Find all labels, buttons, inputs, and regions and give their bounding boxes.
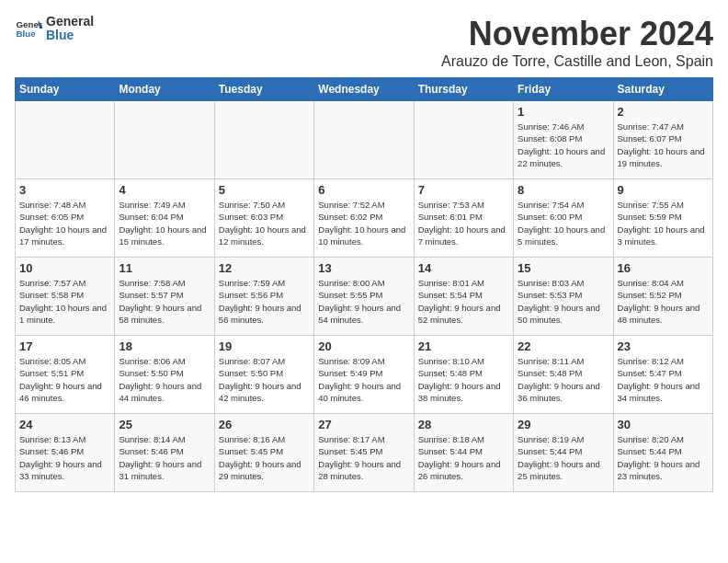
weekday-saturday: Saturday (613, 78, 712, 101)
day-info: Sunrise: 8:07 AM Sunset: 5:50 PM Dayligh… (219, 355, 310, 404)
weekday-wednesday: Wednesday (314, 78, 414, 101)
calendar-cell: 25Sunrise: 8:14 AM Sunset: 5:46 PM Dayli… (115, 414, 214, 492)
weekday-friday: Friday (514, 78, 613, 101)
logo-blue: Blue (46, 29, 94, 42)
day-number: 30 (618, 418, 709, 431)
calendar-cell: 15Sunrise: 8:03 AM Sunset: 5:53 PM Dayli… (514, 258, 613, 336)
day-number: 25 (119, 418, 210, 431)
day-info: Sunrise: 7:54 AM Sunset: 6:00 PM Dayligh… (518, 199, 609, 247)
day-number: 17 (19, 339, 110, 353)
day-number: 26 (219, 418, 310, 431)
day-info: Sunrise: 7:50 AM Sunset: 6:03 PM Dayligh… (219, 199, 310, 247)
weekday-header-row: SundayMondayTuesdayWednesdayThursdayFrid… (16, 78, 713, 101)
day-number: 18 (119, 339, 210, 353)
calendar-cell: 8Sunrise: 7:54 AM Sunset: 6:00 PM Daylig… (514, 179, 613, 258)
weekday-thursday: Thursday (414, 78, 513, 101)
day-number: 27 (318, 418, 409, 431)
day-info: Sunrise: 7:59 AM Sunset: 5:56 PM Dayligh… (219, 277, 310, 326)
day-number: 1 (518, 105, 609, 119)
calendar-cell: 22Sunrise: 8:11 AM Sunset: 5:48 PM Dayli… (514, 336, 613, 414)
day-number: 22 (518, 339, 609, 353)
calendar-week-2: 3Sunrise: 7:48 AM Sunset: 6:05 PM Daylig… (16, 179, 713, 258)
day-info: Sunrise: 7:57 AM Sunset: 5:58 PM Dayligh… (19, 277, 110, 326)
day-number: 12 (219, 261, 310, 275)
day-number: 10 (19, 261, 110, 275)
calendar-cell (414, 101, 513, 179)
calendar-cell: 2Sunrise: 7:47 AM Sunset: 6:07 PM Daylig… (613, 101, 712, 179)
calendar-cell: 16Sunrise: 8:04 AM Sunset: 5:52 PM Dayli… (613, 258, 712, 336)
calendar-cell: 1Sunrise: 7:46 AM Sunset: 6:08 PM Daylig… (514, 101, 613, 179)
calendar-cell: 10Sunrise: 7:57 AM Sunset: 5:58 PM Dayli… (16, 258, 115, 336)
day-info: Sunrise: 8:05 AM Sunset: 5:51 PM Dayligh… (19, 355, 110, 404)
calendar-week-5: 24Sunrise: 8:13 AM Sunset: 5:46 PM Dayli… (16, 414, 713, 492)
calendar-cell: 14Sunrise: 8:01 AM Sunset: 5:54 PM Dayli… (414, 258, 513, 336)
day-number: 8 (518, 183, 609, 197)
calendar-cell: 24Sunrise: 8:13 AM Sunset: 5:46 PM Dayli… (16, 414, 115, 492)
calendar-cell: 13Sunrise: 8:00 AM Sunset: 5:55 PM Dayli… (314, 258, 414, 336)
calendar-cell (115, 101, 214, 179)
day-number: 23 (618, 339, 709, 353)
day-number: 19 (219, 339, 310, 353)
calendar-cell (214, 101, 313, 179)
day-info: Sunrise: 8:13 AM Sunset: 5:46 PM Dayligh… (19, 433, 110, 482)
day-number: 21 (418, 339, 509, 353)
day-info: Sunrise: 8:00 AM Sunset: 5:55 PM Dayligh… (318, 277, 409, 326)
calendar-table: SundayMondayTuesdayWednesdayThursdayFrid… (15, 77, 713, 492)
day-number: 14 (418, 261, 509, 275)
day-number: 28 (418, 418, 509, 431)
day-number: 29 (518, 418, 609, 431)
day-info: Sunrise: 8:10 AM Sunset: 5:48 PM Dayligh… (418, 355, 509, 404)
day-info: Sunrise: 8:19 AM Sunset: 5:44 PM Dayligh… (518, 433, 609, 482)
day-info: Sunrise: 7:48 AM Sunset: 6:05 PM Dayligh… (19, 199, 110, 247)
logo: General Blue General Blue (15, 15, 94, 43)
calendar-cell: 21Sunrise: 8:10 AM Sunset: 5:48 PM Dayli… (414, 336, 513, 414)
day-info: Sunrise: 8:11 AM Sunset: 5:48 PM Dayligh… (518, 355, 609, 404)
day-info: Sunrise: 8:14 AM Sunset: 5:46 PM Dayligh… (119, 433, 210, 482)
calendar-cell: 28Sunrise: 8:18 AM Sunset: 5:44 PM Dayli… (414, 414, 513, 492)
calendar-week-3: 10Sunrise: 7:57 AM Sunset: 5:58 PM Dayli… (16, 258, 713, 336)
month-title: November 2024 (441, 15, 713, 53)
calendar-cell: 23Sunrise: 8:12 AM Sunset: 5:47 PM Dayli… (613, 336, 712, 414)
day-info: Sunrise: 8:06 AM Sunset: 5:50 PM Dayligh… (119, 355, 210, 404)
calendar-cell: 9Sunrise: 7:55 AM Sunset: 5:59 PM Daylig… (613, 179, 712, 258)
page-header: General Blue General Blue November 2024 … (15, 15, 713, 70)
day-number: 7 (418, 183, 509, 197)
day-info: Sunrise: 8:01 AM Sunset: 5:54 PM Dayligh… (418, 277, 509, 326)
calendar-cell: 27Sunrise: 8:17 AM Sunset: 5:45 PM Dayli… (314, 414, 414, 492)
weekday-sunday: Sunday (16, 78, 115, 101)
calendar-cell: 6Sunrise: 7:52 AM Sunset: 6:02 PM Daylig… (314, 179, 414, 258)
day-info: Sunrise: 8:20 AM Sunset: 5:44 PM Dayligh… (618, 433, 709, 482)
day-info: Sunrise: 8:09 AM Sunset: 5:49 PM Dayligh… (318, 355, 409, 404)
day-info: Sunrise: 7:52 AM Sunset: 6:02 PM Dayligh… (318, 199, 409, 247)
calendar-cell (16, 101, 115, 179)
day-info: Sunrise: 8:16 AM Sunset: 5:45 PM Dayligh… (219, 433, 310, 482)
calendar-cell: 29Sunrise: 8:19 AM Sunset: 5:44 PM Dayli… (514, 414, 613, 492)
day-info: Sunrise: 7:49 AM Sunset: 6:04 PM Dayligh… (119, 199, 210, 247)
calendar-cell: 5Sunrise: 7:50 AM Sunset: 6:03 PM Daylig… (214, 179, 313, 258)
calendar-week-1: 1Sunrise: 7:46 AM Sunset: 6:08 PM Daylig… (16, 101, 713, 179)
title-section: November 2024 Arauzo de Torre, Castille … (441, 15, 713, 70)
calendar-cell: 30Sunrise: 8:20 AM Sunset: 5:44 PM Dayli… (613, 414, 712, 492)
day-number: 2 (618, 105, 709, 119)
logo-icon: General Blue (15, 15, 42, 42)
calendar-cell: 20Sunrise: 8:09 AM Sunset: 5:49 PM Dayli… (314, 336, 414, 414)
calendar-cell: 7Sunrise: 7:53 AM Sunset: 6:01 PM Daylig… (414, 179, 513, 258)
calendar-body: 1Sunrise: 7:46 AM Sunset: 6:08 PM Daylig… (16, 101, 713, 492)
day-number: 6 (318, 183, 409, 197)
day-info: Sunrise: 7:47 AM Sunset: 6:07 PM Dayligh… (618, 121, 709, 169)
svg-text:Blue: Blue (17, 29, 37, 39)
day-info: Sunrise: 8:04 AM Sunset: 5:52 PM Dayligh… (618, 277, 709, 326)
calendar-cell: 17Sunrise: 8:05 AM Sunset: 5:51 PM Dayli… (16, 336, 115, 414)
day-info: Sunrise: 7:53 AM Sunset: 6:01 PM Dayligh… (418, 199, 509, 247)
day-number: 4 (119, 183, 210, 197)
calendar-cell: 12Sunrise: 7:59 AM Sunset: 5:56 PM Dayli… (214, 258, 313, 336)
day-info: Sunrise: 8:03 AM Sunset: 5:53 PM Dayligh… (518, 277, 609, 326)
logo-general: General (46, 15, 94, 29)
day-number: 11 (119, 261, 210, 275)
calendar-cell (314, 101, 414, 179)
day-number: 5 (219, 183, 310, 197)
day-info: Sunrise: 8:17 AM Sunset: 5:45 PM Dayligh… (318, 433, 409, 482)
calendar-cell: 11Sunrise: 7:58 AM Sunset: 5:57 PM Dayli… (115, 258, 214, 336)
calendar-cell: 19Sunrise: 8:07 AM Sunset: 5:50 PM Dayli… (214, 336, 313, 414)
day-info: Sunrise: 7:58 AM Sunset: 5:57 PM Dayligh… (119, 277, 210, 326)
